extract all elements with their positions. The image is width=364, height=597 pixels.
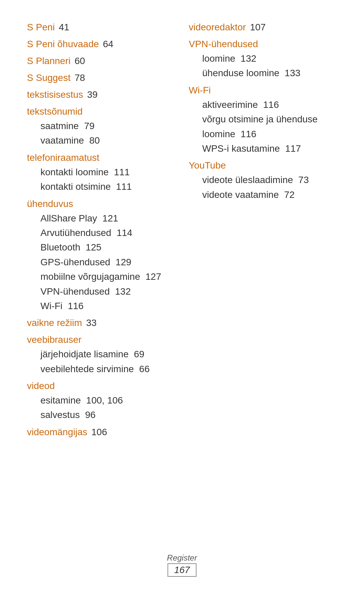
entry-subitem-uhenduvus-2: Bluetooth 125 [27, 240, 175, 255]
entry-subitem-wi-fi-2: WPS-i kasutamine 117 [189, 141, 337, 156]
index-entry-s-planneri: S Planneri60 [27, 54, 175, 68]
index-entry-tekstisisestus: tekstisisestus39 [27, 88, 175, 102]
entry-header-s-peni-ohuvaade: S Peni õhuvaade64 [27, 37, 175, 51]
entry-subitem-uhenduvus-1: Arvutiühendused 114 [27, 226, 175, 240]
entry-page-tekstisisestus: 39 [87, 89, 98, 100]
entry-header-uhenduvus: ühenduvus [27, 197, 175, 211]
subitem-page-uhenduvus-0: 121 [100, 213, 118, 223]
entry-page-videomangijas: 106 [91, 427, 107, 437]
entry-subitem-uhenduvus-3: GPS-ühendused 129 [27, 255, 175, 269]
entry-header-vaikne-reziim: vaikne režiim33 [27, 316, 175, 330]
subitem-page-wi-fi-0: 116 [261, 99, 279, 110]
entry-subitem-telefoniraamatust-0: kontakti loomine 111 [27, 165, 175, 179]
right-column: videoredaktor107VPN-ühendusedloomine 132… [189, 20, 337, 442]
entry-header-s-planneri: S Planneri60 [27, 54, 175, 68]
entry-subitem-telefoniraamatust-1: kontakti otsimine 111 [27, 179, 175, 194]
index-entry-wi-fi: Wi-Fiaktiveerimine 116võrgu otsimine ja … [189, 83, 337, 156]
subitem-page-tekstsonumid-1: 80 [87, 135, 100, 146]
entry-header-tekstsonumid: tekstsõnumid [27, 105, 175, 119]
entry-header-youtube: YouTube [189, 158, 337, 173]
entry-subitem-vpn-uhendused-0: loomine 132 [189, 51, 337, 66]
entry-subitem-videod-0: esitamine 100, 106 [27, 393, 175, 408]
entry-header-videod: videod [27, 379, 175, 393]
entry-header-vpn-uhendused: VPN-ühendused [189, 37, 337, 51]
footer-page: 167 [168, 563, 197, 577]
entry-subitem-tekstsonumid-0: saatmine 79 [27, 119, 175, 133]
entry-subitem-uhenduvus-4: mobiilne võrgujagamine 127 [27, 269, 175, 284]
subitem-page-veebibrauser-0: 69 [131, 349, 144, 359]
subitem-page-uhenduvus-6: 116 [65, 301, 84, 311]
entry-subitem-uhenduvus-5: VPN-ühendused 132 [27, 284, 175, 299]
index-entry-videod: videodesitamine 100, 106salvestus 96 [27, 379, 175, 422]
entry-header-wi-fi: Wi-Fi [189, 83, 337, 97]
subitem-page-wi-fi-2: 117 [282, 143, 301, 154]
entry-subitem-wi-fi-1: võrgu otsimine ja ühenduse loomine 116 [189, 112, 337, 141]
content-columns: S Peni41S Peni õhuvaade64S Planneri60S S… [27, 20, 337, 442]
entry-header-telefoniraamatust: telefoniraamatust [27, 151, 175, 165]
entry-subitem-uhenduvus-0: AllShare Play 121 [27, 211, 175, 226]
index-entry-s-peni: S Peni41 [27, 20, 175, 34]
subitem-page-videod-0: 100, 106 [84, 395, 123, 406]
entry-subitem-vpn-uhendused-1: ühenduse loomine 133 [189, 66, 337, 80]
entry-subitem-tekstsonumid-1: vaatamine 80 [27, 133, 175, 148]
entry-subitem-videod-1: salvestus 96 [27, 408, 175, 422]
entry-subitem-uhenduvus-6: Wi-Fi 116 [27, 299, 175, 313]
footer: Register 167 [0, 553, 364, 577]
index-entry-tekstsonumid: tekstsõnumidsaatmine 79vaatamine 80 [27, 105, 175, 148]
subitem-page-videod-1: 96 [83, 410, 96, 420]
subitem-page-vpn-uhendused-1: 133 [282, 68, 301, 78]
index-entry-telefoniraamatust: telefoniraamatustkontakti loomine 111kon… [27, 151, 175, 194]
subitem-page-veebibrauser-1: 66 [136, 364, 150, 374]
entry-page-videoredaktor: 107 [250, 22, 266, 32]
footer-label: Register [167, 553, 197, 563]
subitem-page-uhenduvus-1: 114 [114, 228, 132, 238]
index-entry-s-suggest: S Suggest78 [27, 71, 175, 85]
entry-header-videoredaktor: videoredaktor107 [189, 20, 337, 34]
index-entry-vpn-uhendused: VPN-ühendusedloomine 132ühenduse loomine… [189, 37, 337, 81]
entry-subitem-veebibrauser-0: järjehoidjate lisamine 69 [27, 347, 175, 361]
subitem-page-youtube-0: 73 [296, 175, 309, 185]
page-container: S Peni41S Peni õhuvaade64S Planneri60S S… [0, 0, 364, 597]
subitem-page-vpn-uhendused-0: 132 [238, 53, 256, 64]
index-entry-s-peni-ohuvaade: S Peni õhuvaade64 [27, 37, 175, 51]
entry-page-s-peni: 41 [59, 22, 69, 32]
subitem-page-uhenduvus-2: 125 [83, 242, 101, 252]
entry-header-videomangijas: videomängijas106 [27, 425, 175, 439]
entry-header-veebibrauser: veebibrauser [27, 333, 175, 347]
entry-subitem-youtube-1: videote vaatamine 72 [189, 187, 337, 202]
subitem-page-uhenduvus-3: 129 [113, 257, 131, 267]
index-entry-videoredaktor: videoredaktor107 [189, 20, 337, 34]
subitem-page-tekstsonumid-0: 79 [82, 121, 95, 131]
index-entry-vaikne-reziim: vaikne režiim33 [27, 316, 175, 330]
entry-page-s-planneri: 60 [74, 56, 85, 66]
entry-header-s-peni: S Peni41 [27, 20, 175, 34]
index-entry-youtube: YouTubevideote üleslaadimine 73videote v… [189, 158, 337, 202]
subitem-page-telefoniraamatust-1: 111 [114, 181, 132, 192]
entry-header-tekstisisestus: tekstisisestus39 [27, 88, 175, 102]
left-column: S Peni41S Peni õhuvaade64S Planneri60S S… [27, 20, 175, 442]
entry-subitem-wi-fi-0: aktiveerimine 116 [189, 97, 337, 112]
entry-page-vaikne-reziim: 33 [86, 318, 96, 328]
subitem-page-uhenduvus-4: 127 [143, 271, 161, 282]
subitem-page-wi-fi-1: 116 [238, 129, 256, 139]
index-entry-uhenduvus: ühenduvusAllShare Play 121Arvutiühenduse… [27, 197, 175, 314]
entry-page-s-peni-ohuvaade: 64 [103, 39, 113, 49]
subitem-page-telefoniraamatust-0: 111 [111, 167, 130, 177]
subitem-page-uhenduvus-5: 132 [112, 286, 131, 297]
entry-header-s-suggest: S Suggest78 [27, 71, 175, 85]
index-entry-veebibrauser: veebibrauserjärjehoidjate lisamine 69vee… [27, 333, 175, 376]
entry-page-s-suggest: 78 [74, 72, 85, 83]
subitem-page-youtube-1: 72 [281, 189, 295, 200]
entry-subitem-veebibrauser-1: veebilehtede sirvimine 66 [27, 362, 175, 376]
entry-subitem-youtube-0: videote üleslaadimine 73 [189, 173, 337, 187]
index-entry-videomangijas: videomängijas106 [27, 425, 175, 439]
